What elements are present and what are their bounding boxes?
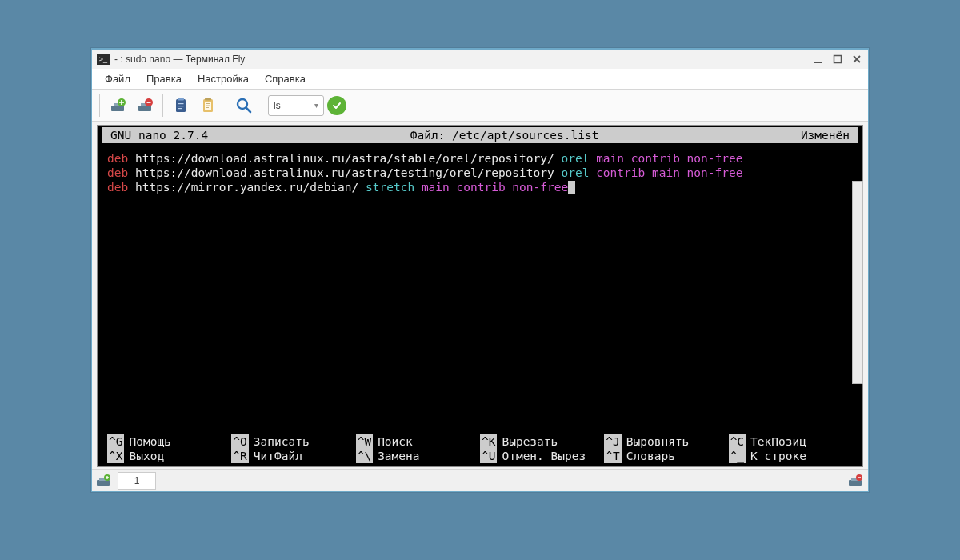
menu-file[interactable]: Файл (97, 70, 138, 88)
menu-edit[interactable]: Правка (138, 70, 190, 88)
close-tab-button[interactable] (133, 94, 157, 118)
svg-rect-13 (178, 106, 184, 106)
run-button[interactable] (327, 96, 346, 115)
new-tab-button[interactable] (106, 94, 130, 118)
maximize-button[interactable] (831, 53, 844, 66)
svg-line-22 (246, 108, 250, 112)
svg-rect-1 (834, 56, 842, 63)
add-session-icon[interactable] (95, 474, 113, 488)
svg-rect-11 (178, 98, 184, 100)
nano-header: GNU nano 2.7.4 Файл: /etc/apt/sources.li… (102, 127, 858, 143)
svg-rect-20 (206, 107, 209, 108)
svg-rect-23 (97, 480, 110, 486)
svg-rect-16 (205, 98, 211, 100)
svg-rect-7 (138, 106, 151, 111)
window-title: - : sudo nano — Терминал Fly (114, 54, 812, 65)
svg-rect-19 (206, 105, 210, 106)
nano-version: GNU nano 2.7.4 (107, 128, 208, 142)
menubar: Файл Правка Настройка Справка (92, 69, 868, 90)
titlebar[interactable]: >_ - : sudo nano — Терминал Fly (92, 50, 868, 69)
close-button[interactable] (850, 53, 863, 66)
terminal-window: >_ - : sudo nano — Терминал Fly Файл Пра… (91, 48, 869, 492)
svg-rect-18 (206, 103, 210, 104)
terminal-area[interactable]: GNU nano 2.7.4 Файл: /etc/apt/sources.li… (97, 125, 863, 467)
toolbar: ls ▾ (92, 90, 868, 122)
menu-help[interactable]: Справка (257, 70, 314, 88)
vertical-scrollbar[interactable] (852, 181, 863, 384)
paste-button[interactable] (196, 94, 220, 118)
nano-modified-label: Изменён (801, 128, 853, 142)
command-combo[interactable]: ls ▾ (268, 95, 324, 116)
session-tab-1[interactable]: 1 (118, 472, 156, 490)
copy-button[interactable] (169, 94, 193, 118)
nano-shortcuts: ^GПомощь ^OЗаписать ^WПоиск ^KВырезать ^… (107, 434, 853, 463)
minimize-button[interactable] (812, 53, 825, 66)
nano-file-label: Файл: /etc/apt/sources.list (208, 128, 801, 142)
command-combo-value: ls (274, 100, 281, 111)
svg-rect-12 (178, 103, 184, 104)
svg-rect-14 (178, 108, 182, 109)
chevron-down-icon: ▾ (314, 101, 318, 110)
statusbar: 1 (92, 469, 868, 491)
text-cursor (568, 181, 575, 194)
search-button[interactable] (232, 94, 256, 118)
terminal-app-icon: >_ (97, 54, 110, 65)
nano-content[interactable]: deb https://download.astralinux.ru/astra… (98, 143, 862, 198)
menu-settings[interactable]: Настройка (190, 70, 257, 88)
remove-session-icon[interactable] (847, 474, 865, 488)
svg-rect-4 (111, 106, 124, 111)
svg-rect-26 (849, 480, 862, 486)
